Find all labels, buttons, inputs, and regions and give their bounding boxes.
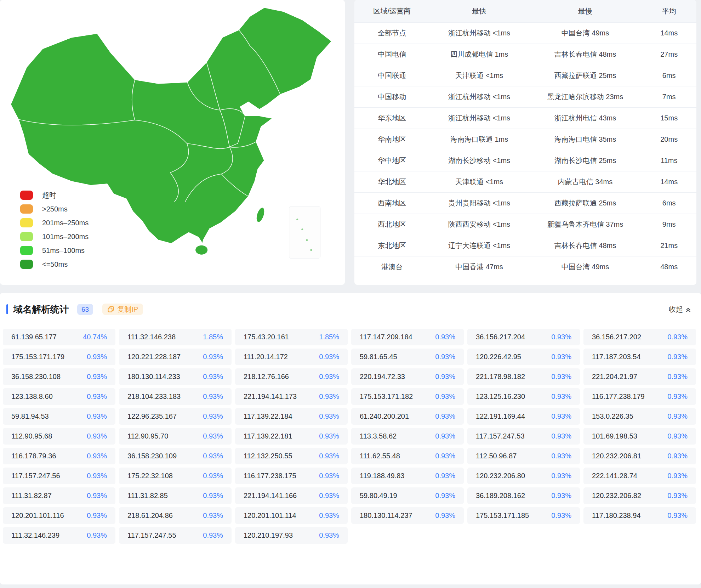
region-cell: 西南地区 [354,192,430,214]
ip-percentage: 0.93% [319,472,339,480]
latency-table-row: 港澳台中国香港 47ms中国台湾 49ms48ms [354,256,696,277]
fastest-cell: 海南海口联通 1ms [430,129,529,150]
legend-label: <=50ms [42,260,68,268]
latency-table-row: 华东地区浙江杭州移动 <1ms浙江杭州电信 43ms15ms [354,107,696,129]
fastest-cell: 天津联通 <1ms [430,171,529,192]
fastest-cell: 浙江杭州移动 <1ms [430,86,529,107]
ip-address: 123.138.8.60 [11,392,53,401]
ip-percentage: 0.93% [203,392,223,401]
legend-item: 51ms–100ms [20,246,89,255]
legend-color-chip [20,204,33,214]
ip-percentage: 0.93% [87,432,107,440]
ip-percentage: 0.93% [319,531,339,539]
copy-icon [107,306,114,313]
slowest-cell: 浙江杭州电信 43ms [529,107,642,129]
legend-color-chip [20,218,33,227]
ip-percentage: 0.93% [87,392,107,401]
ip-address: 120.232.206.82 [592,492,641,500]
ip-stat-cell: 175.22.32.1080.93% [119,468,232,484]
top-section: 超时>250ms201ms–250ms101ms–200ms51ms–100ms… [0,0,701,285]
slowest-cell: 中国台湾 49ms [529,22,642,44]
average-cell: 21ms [642,235,696,256]
ip-percentage: 0.93% [319,511,339,520]
column-header: 最快 [430,0,529,22]
slowest-cell: 海南海口电信 35ms [529,129,642,150]
ip-percentage: 0.93% [667,492,688,500]
ip-stat-cell: 175.153.171.1850.93% [467,507,580,524]
ip-percentage: 0.93% [203,432,223,440]
ip-address: 120.232.206.81 [592,452,641,460]
ip-stat-cell: 36.156.217.2020.93% [583,329,696,345]
ip-percentage: 0.93% [319,412,339,420]
china-latency-map-panel: 超时>250ms201ms–250ms101ms–200ms51ms–100ms… [0,0,345,285]
ip-address: 218.61.204.86 [127,511,173,520]
ip-address: 59.80.49.19 [360,492,397,500]
ip-stat-cell: 101.69.198.530.93% [583,428,696,445]
ip-stat-cell: 117.139.22.1840.93% [235,408,348,425]
ip-address: 221.204.21.97 [592,373,637,381]
ip-address: 36.189.208.162 [476,492,525,500]
ip-percentage: 0.93% [551,492,571,500]
ip-address: 36.156.217.202 [592,333,641,341]
fastest-cell: 中国香港 47ms [430,256,529,277]
latency-table-row: 西南地区贵州贵阳移动 <1ms西藏拉萨联通 25ms6ms [354,192,696,214]
ip-stat-cell: 36.156.217.2040.93% [467,329,580,345]
ip-stat-cell: 123.138.8.600.93% [3,388,115,405]
ip-address: 111.20.14.172 [244,353,288,361]
ip-stat-cell: 221.178.98.1820.93% [467,368,580,385]
ip-stat-cell: 221.194.141.1660.93% [235,487,348,504]
ip-stat-cell: 36.158.230.1090.93% [119,448,232,464]
ip-stat-cell: 61.240.200.2010.93% [351,408,464,425]
ip-address: 113.3.58.62 [360,432,397,440]
average-cell: 27ms [642,44,696,65]
ip-percentage: 0.93% [435,432,455,440]
ip-stat-cell: 220.194.72.330.93% [351,368,464,385]
ip-address: 220.194.72.33 [360,373,405,381]
ip-stat-cell: 111.32.146.2390.93% [3,527,115,544]
average-cell: 14ms [642,22,696,44]
legend-label: 51ms–100ms [42,247,85,255]
ip-stat-cell: 112.132.250.550.93% [235,448,348,464]
legend-label: >250ms [42,205,68,213]
ip-address: 59.81.65.45 [360,353,397,361]
ip-percentage: 40.74% [83,333,107,341]
ip-stat-cell: 59.81.65.450.93% [351,349,464,365]
average-cell: 7ms [642,86,696,107]
dns-section-header: 域名解析统计 63 复制IP 收起 [0,293,701,317]
ip-address: 120.201.101.114 [244,511,296,520]
slowest-cell: 湖南长沙电信 25ms [529,150,642,171]
ip-stat-cell: 120.232.206.800.93% [467,468,580,484]
region-cell: 港澳台 [354,256,430,277]
copy-ip-button[interactable]: 复制IP [102,304,143,315]
ip-percentage: 0.93% [667,511,688,520]
ip-percentage: 0.93% [203,412,223,420]
ip-stat-cell: 59.80.49.190.93% [351,487,464,504]
ip-percentage: 0.93% [435,452,455,460]
ip-percentage: 0.93% [319,492,339,500]
ip-percentage: 0.93% [435,373,455,381]
ip-stat-cell: 116.177.238.1750.93% [235,468,348,484]
hainan-island [195,245,208,255]
collapse-button[interactable]: 收起 [669,305,692,314]
ip-address: 117.139.22.184 [244,412,292,420]
ip-address: 175.153.171.179 [11,353,64,361]
ip-stat-cell: 112.50.96.870.93% [467,448,580,464]
ip-stat-cell: 117.187.203.540.93% [583,349,696,365]
ip-stat-cell: 117.139.22.1810.93% [235,428,348,445]
ip-percentage: 0.93% [551,472,571,480]
region-cell: 中国移动 [354,86,430,107]
slowest-cell: 内蒙古电信 34ms [529,171,642,192]
ip-address: 180.130.114.237 [360,511,412,520]
ip-stat-cell: 175.153.171.1820.93% [351,388,464,405]
ip-stat-cell: 112.90.95.680.93% [3,428,115,445]
region-cell: 中国电信 [354,44,430,65]
ip-address: 36.156.217.204 [476,333,525,341]
taiwan-island [255,206,266,223]
ip-address: 122.96.235.167 [127,412,177,420]
legend-item: 101ms–200ms [20,232,89,241]
ip-percentage: 0.93% [551,432,571,440]
ip-percentage: 0.93% [87,492,107,500]
ip-percentage: 0.93% [319,432,339,440]
fastest-cell: 贵州贵阳移动 <1ms [430,192,529,214]
ip-address: 122.191.169.44 [476,412,525,420]
